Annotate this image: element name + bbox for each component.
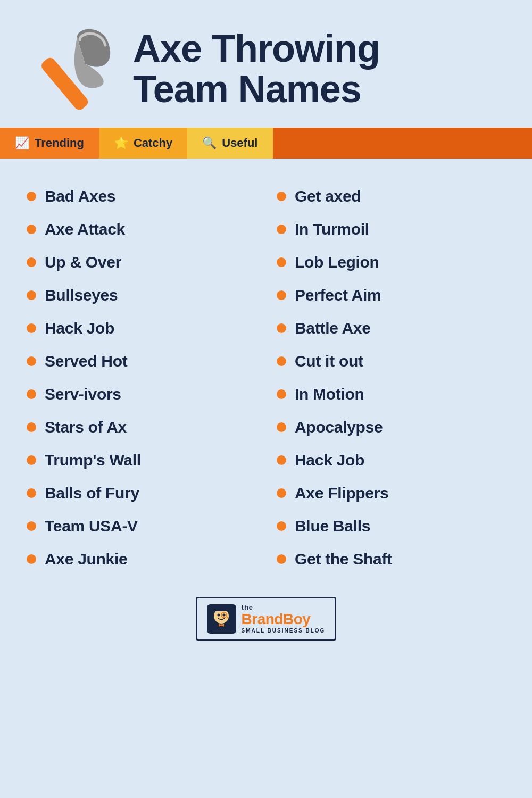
bullet-icon — [277, 488, 286, 498]
list-item: Team USA-V — [16, 510, 266, 543]
item-text: Get axed — [295, 187, 361, 205]
useful-label: Useful — [222, 136, 257, 150]
list-item: Stars of Ax — [16, 411, 266, 444]
bullet-icon — [27, 192, 36, 201]
list-item: Apocalypse — [266, 411, 516, 444]
bullet-icon — [27, 488, 36, 498]
item-text: Served Hot — [45, 352, 127, 370]
axe-icon — [27, 21, 122, 117]
tab-trending[interactable]: 📈 Trending — [0, 128, 99, 159]
title-block: Axe Throwing Team Names — [133, 29, 380, 109]
list-item: Serv-ivors — [16, 378, 266, 411]
bullet-icon — [277, 521, 286, 531]
bullet-icon — [27, 257, 36, 267]
logo-box: the BrandBoy SMALL BUSINESS BLOG — [196, 597, 337, 641]
left-column: Bad Axes Axe Attack Up & Over Bullseyes … — [16, 180, 266, 576]
item-text: Axe Flippers — [295, 484, 388, 502]
bullet-icon — [277, 192, 286, 201]
list-item: Cut it out — [266, 345, 516, 378]
logo-sub: SMALL BUSINESS BLOG — [242, 628, 326, 634]
item-text: Get the Shaft — [295, 550, 392, 568]
bullet-icon — [27, 389, 36, 399]
list-item: In Turmoil — [266, 213, 516, 246]
item-text: Axe Junkie — [45, 550, 127, 568]
item-text: Perfect Aim — [295, 286, 381, 304]
svg-rect-8 — [217, 606, 226, 610]
tab-bar: 📈 Trending ⭐ Catchy 🔍 Useful — [0, 128, 532, 159]
item-text: In Turmoil — [295, 220, 369, 238]
item-text: Bullseyes — [45, 286, 118, 304]
list-item: Up & Over — [16, 246, 266, 279]
logo-brand: BrandBoy — [242, 611, 326, 628]
list-item: Battle Axe — [266, 312, 516, 345]
list-item: Axe Junkie — [16, 543, 266, 576]
bullet-icon — [277, 257, 286, 267]
page-wrapper: Axe Throwing Team Names 📈 Trending ⭐ Cat… — [0, 0, 532, 798]
item-text: Hack Job — [45, 319, 114, 337]
item-text: Stars of Ax — [45, 418, 127, 436]
item-text: Lob Legion — [295, 253, 379, 271]
bullet-icon — [277, 455, 286, 465]
item-text: Cut it out — [295, 352, 363, 370]
item-text: Apocalypse — [295, 418, 383, 436]
bullet-icon — [27, 422, 36, 432]
svg-point-11 — [220, 624, 222, 626]
list-item: Blue Balls — [266, 510, 516, 543]
useful-icon: 🔍 — [202, 136, 217, 150]
catchy-icon: ⭐ — [114, 136, 128, 150]
bullet-icon — [27, 356, 36, 366]
bullet-icon — [27, 290, 36, 300]
bullet-icon — [27, 554, 36, 564]
footer: the BrandBoy SMALL BUSINESS BLOG — [0, 586, 532, 656]
bullet-icon — [277, 389, 286, 399]
item-text: Blue Balls — [295, 517, 370, 535]
list-item: Trump's Wall — [16, 444, 266, 477]
tab-extra — [273, 128, 533, 159]
logo-the: the — [242, 604, 326, 611]
catchy-label: Catchy — [134, 136, 172, 150]
list-item: In Motion — [266, 378, 516, 411]
bullet-icon — [27, 521, 36, 531]
item-text: Balls of Fury — [45, 484, 139, 502]
list-item: Axe Flippers — [266, 477, 516, 510]
tab-catchy[interactable]: ⭐ Catchy — [99, 128, 187, 159]
main-title: Axe Throwing Team Names — [133, 29, 380, 109]
bullet-icon — [27, 225, 36, 234]
tab-useful[interactable]: 🔍 Useful — [187, 128, 272, 159]
list-section: Bad Axes Axe Attack Up & Over Bullseyes … — [0, 164, 532, 586]
right-column: Get axed In Turmoil Lob Legion Perfect A… — [266, 180, 516, 576]
list-item: Hack Job — [266, 444, 516, 477]
svg-rect-12 — [217, 627, 226, 632]
list-item: Bullseyes — [16, 279, 266, 312]
item-text: Trump's Wall — [45, 451, 141, 469]
item-text: Bad Axes — [45, 187, 115, 205]
header: Axe Throwing Team Names — [0, 0, 532, 128]
trending-label: Trending — [35, 136, 84, 150]
bullet-icon — [277, 554, 286, 564]
list-item: Balls of Fury — [16, 477, 266, 510]
list-item: Get the Shaft — [266, 543, 516, 576]
list-item: Bad Axes — [16, 180, 266, 213]
svg-point-3 — [217, 613, 220, 616]
bullet-icon — [27, 323, 36, 333]
bullet-icon — [277, 290, 286, 300]
item-text: Battle Axe — [295, 319, 371, 337]
item-text: Hack Job — [295, 451, 364, 469]
list-item: Hack Job — [16, 312, 266, 345]
list-item: Lob Legion — [266, 246, 516, 279]
item-text: Up & Over — [45, 253, 121, 271]
item-text: In Motion — [295, 385, 364, 403]
item-text: Axe Attack — [45, 220, 125, 238]
bullet-icon — [277, 422, 286, 432]
list-item: Perfect Aim — [266, 279, 516, 312]
item-text: Team USA-V — [45, 517, 138, 535]
bullet-icon — [277, 225, 286, 234]
logo-mascot-icon — [207, 604, 236, 634]
bullet-icon — [277, 323, 286, 333]
logo-text-block: the BrandBoy SMALL BUSINESS BLOG — [242, 604, 326, 634]
bullet-icon — [277, 356, 286, 366]
item-text: Serv-ivors — [45, 385, 121, 403]
list-item: Get axed — [266, 180, 516, 213]
list-item: Axe Attack — [16, 213, 266, 246]
bullet-icon — [27, 455, 36, 465]
